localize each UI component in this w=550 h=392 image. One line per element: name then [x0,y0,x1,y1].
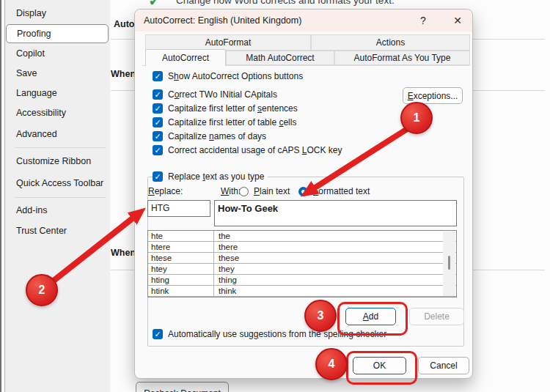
step-badge-2: 2 [26,274,58,306]
delete-button[interactable]: Delete [409,308,464,325]
checkbox-label: Replace text as you type [168,171,264,182]
checkbox-label: Capitalize names of days [168,131,266,141]
annotation-highlight-ok [346,351,417,385]
checkbox-label: Correct TWo INitial CApitals [168,89,277,100]
options-sidebar: Display Proofing Copilot Save Language A… [5,0,110,392]
tab-autoformat[interactable]: AutoFormat [145,34,311,51]
checkbox-capitalize-sentences[interactable]: Capitalize first letter of sentences [153,103,298,114]
sidebar-item-trust-center[interactable]: Trust Center [5,221,110,241]
sidebar-item-quick-access-toolbar[interactable]: Quick Access Toolbar [5,172,110,195]
checkbox-checked-icon [153,103,163,114]
checkbox-checked-icon [153,145,163,155]
table-row[interactable]: hteythey [148,264,456,275]
tab-actions[interactable]: Actions [311,34,470,51]
sidebar-item-copilot[interactable]: Copilot [5,44,110,64]
replace-cell: htey [148,264,214,274]
checkbox-label: Correct accidental usage of cAPS LOCK ke… [168,145,342,155]
sidebar-divider [15,197,106,198]
with-cell: the [214,231,456,241]
sidebar-item-proofing[interactable]: Proofing [6,24,109,43]
table-row[interactable]: htingthing [148,275,456,286]
annotation-highlight-add [337,302,408,336]
checkbox-caps-lock[interactable]: Correct accidental usage of cAPS LOCK ke… [153,144,342,156]
help-icon[interactable]: ? [413,10,433,32]
proofing-page-subtitle: Change how Word corrects and formats you… [176,0,395,6]
checkbox-label: Show AutoCorrect Options buttons [168,71,303,81]
step-badge-3: 3 [304,300,337,332]
sidebar-item-add-ins[interactable]: Add-ins [5,200,110,221]
table-scrollbar[interactable] [443,232,455,296]
checkbox-replace-text-as-you-type[interactable]: Replace text as you type [153,171,268,182]
replace-cell: htese [148,253,214,263]
checkbox-capitalize-days[interactable]: Capitalize names of days [153,130,266,142]
recheck-document-button[interactable]: Recheck Document [136,382,229,392]
with-label: With: [221,186,241,196]
scrollbar-thumb[interactable] [448,256,450,270]
table-row[interactable]: hterethere [148,242,456,253]
exceptions-button[interactable]: Exceptions... [403,87,463,104]
window-left-edge [0,0,1,392]
with-cell: think [214,286,456,296]
checkbox-checked-icon [153,71,163,81]
table-row[interactable]: htesethese [148,253,456,264]
tab-math-autocorrect[interactable]: Math AutoCorrect [226,51,334,65]
step-badge-4: 4 [315,348,348,380]
sidebar-item-save[interactable]: Save [5,64,110,84]
checkbox-checked-icon [153,89,163,100]
checkbox-checked-icon [153,171,163,182]
checkbox-correct-two-initial-capitals[interactable]: Correct TWo INitial CApitals [153,89,277,100]
sidebar-item-language[interactable]: Language [5,84,110,103]
replacements-table[interactable]: htethe hterethere htesethese hteythey ht… [147,230,457,297]
radio-plain-text[interactable]: Plain text [239,185,290,197]
replace-cell: htink [148,286,214,296]
table-row[interactable]: htinkthink [148,286,456,297]
word-options-window: Display Proofing Copilot Save Language A… [0,0,550,392]
radio-formatted-text[interactable]: Formatted text [298,185,370,197]
with-input[interactable]: How-To Geek [214,200,457,226]
with-cell: these [214,253,456,263]
checkbox-checked-icon [153,131,163,141]
close-icon[interactable]: ✕ [447,10,468,32]
with-cell: they [214,264,456,274]
sidebar-item-advanced[interactable]: Advanced [5,123,110,145]
radio-on-icon [298,187,308,196]
with-cell: there [214,242,456,252]
replace-cell: htere [148,242,214,252]
checkbox-show-autocorrect-options[interactable]: Show AutoCorrect Options buttons [153,70,303,82]
tab-autoformat-as-you-type[interactable]: AutoFormat As You Type [334,51,470,65]
checkbox-capitalize-table-cells[interactable]: Capitalize first letter of table cells [153,117,296,128]
cancel-button[interactable]: Cancel [418,357,469,374]
checkbox-checked-icon [153,117,163,127]
replace-cell: hting [148,275,214,285]
dialog-titlebar[interactable]: AutoCorrect: English (United Kingdom) ? … [135,10,472,32]
sidebar-item-display[interactable]: Display [5,4,110,23]
dialog-title: AutoCorrect: English (United Kingdom) [144,15,301,26]
sidebar-item-accessibility[interactable]: Accessibility [5,103,110,123]
sidebar-divider [15,147,106,148]
checkbox-checked-icon [153,329,163,339]
replace-input[interactable]: HTG [147,200,210,217]
sidebar-item-customize-ribbon[interactable]: Customize Ribbon [5,150,110,172]
table-row[interactable]: htethe [148,231,456,242]
tab-autocorrect[interactable]: AutoCorrect [145,49,226,66]
radio-label: Formatted text [313,186,370,196]
checkbox-label: Capitalize first letter of table cells [168,117,296,127]
replace-cell: hte [148,231,214,241]
radio-label: Plain text [254,186,290,196]
autocorrect-dialog: AutoCorrect: English (United Kingdom) ? … [134,9,473,379]
with-cell: thing [214,275,456,285]
checkbox-label: Capitalize first letter of sentences [168,103,298,114]
step-badge-1: 1 [400,102,433,134]
replace-label: Replace: [148,186,183,196]
radio-off-icon [239,187,249,196]
